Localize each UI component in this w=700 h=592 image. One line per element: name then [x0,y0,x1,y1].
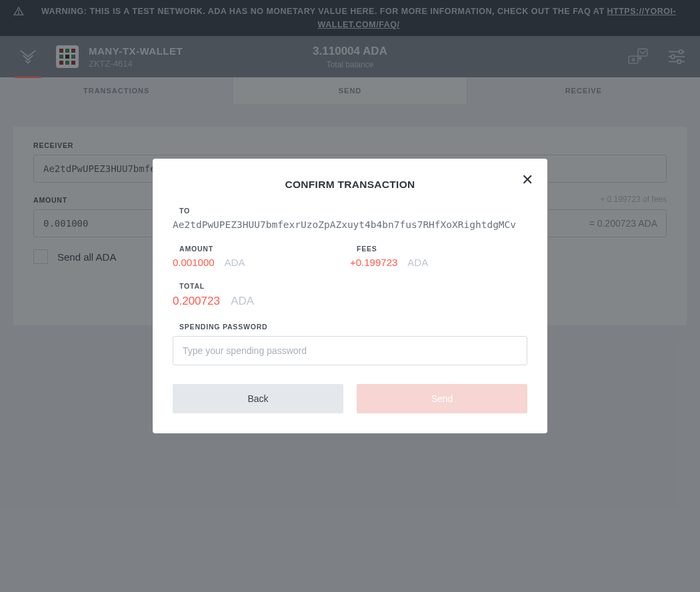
send-button[interactable]: Send [357,384,527,413]
modal-amount-label: AMOUNT [179,245,350,253]
back-button[interactable]: Back [173,384,343,413]
modal-overlay: CONFIRM TRANSACTION ✕ TO Ae2tdPwUPEZ3HUU… [0,0,700,592]
modal-total-unit: ADA [231,295,254,307]
modal-total-label: TOTAL [179,282,527,290]
modal-fees-label: FEES [357,245,527,253]
modal-fees-value: +0.199723 [350,257,397,268]
modal-amount-value: 0.001000 [173,257,215,268]
confirm-transaction-modal: CONFIRM TRANSACTION ✕ TO Ae2tdPwUPEZ3HUU… [153,159,547,434]
spending-password-input[interactable] [173,336,527,365]
modal-title: CONFIRM TRANSACTION [173,179,527,191]
modal-amount-unit: ADA [225,257,245,268]
close-icon[interactable]: ✕ [519,172,535,188]
modal-fees-unit: ADA [407,257,428,268]
modal-total-value: 0.200723 [173,295,220,307]
to-label: TO [179,207,527,215]
to-address: Ae2tdPwUPEZ3HUU7bmfexrUzoZpAZxuyt4b4bn7f… [173,219,527,232]
spending-password-label: SPENDING PASSWORD [179,323,527,331]
